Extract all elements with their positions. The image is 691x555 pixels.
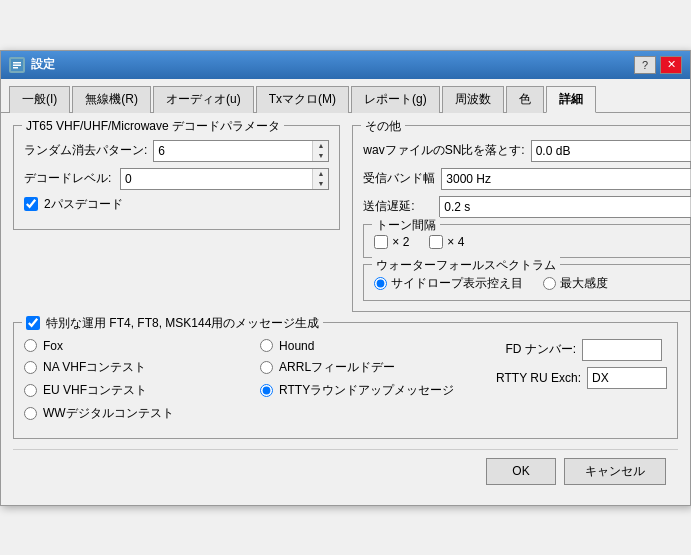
fox-label[interactable]: Fox: [43, 339, 63, 353]
arrl-field-label[interactable]: ARRLフィールドデー: [279, 359, 395, 376]
tone-x2-checkbox[interactable]: [374, 235, 388, 249]
waterfall-group-title: ウォーターフォールスペクトラム: [372, 257, 560, 274]
special-col1: Fox NA VHFコンテスト EU VHFコンテスト WWデジタルコンテスト: [24, 339, 250, 428]
special-section-header: 特別な運用 FT4, FT8, MSK144用のメッセージ生成: [22, 315, 323, 332]
rtty-exch-input[interactable]: [587, 367, 667, 389]
sidelobe-label[interactable]: サイドロープ表示控え目: [391, 275, 523, 292]
tab-color[interactable]: 色: [506, 86, 544, 113]
decode-level-down[interactable]: ▼: [313, 179, 328, 189]
sidelobe-item: サイドロープ表示控え目: [374, 275, 523, 292]
decode-level-up[interactable]: ▲: [313, 169, 328, 179]
send-delay-row: 送信遅延: ▲ ▼: [363, 196, 691, 218]
decode-level-row: デコードレベル: ▲ ▼: [24, 168, 329, 190]
ww-digital-row: WWデジタルコンテスト: [24, 405, 250, 422]
jt65-group: JT65 VHF/UHF/Microwave デコードパラメータ ランダム消去パ…: [13, 125, 340, 230]
fd-number-input[interactable]: [582, 339, 662, 361]
na-vhf-label[interactable]: NA VHFコンテスト: [43, 359, 146, 376]
title-bar: 設定 ? ✕: [1, 51, 690, 79]
tone-x2-item: × 2: [374, 235, 409, 249]
decode-level-input[interactable]: [121, 169, 312, 189]
wav-sn-spinbox[interactable]: ▲ ▼: [531, 140, 691, 162]
recv-bw-label: 受信バンド幅: [363, 170, 435, 187]
rtty-roundup-label[interactable]: RTTYラウンドアップメッセージ: [279, 382, 454, 399]
svg-rect-3: [13, 67, 18, 69]
tab-txmacro[interactable]: Txマクロ(M): [256, 86, 349, 113]
title-bar-left: 設定: [9, 56, 55, 73]
tone-x4-checkbox[interactable]: [429, 235, 443, 249]
special-section: 特別な運用 FT4, FT8, MSK144用のメッセージ生成 Fox NA V…: [13, 322, 678, 439]
fox-row: Fox: [24, 339, 250, 353]
fox-radio[interactable]: [24, 339, 37, 352]
tone-group: トーン間隔 × 2 × 4: [363, 224, 691, 258]
rtty-exch-row: RTTY RU Exch:: [496, 367, 667, 389]
rtty-roundup-row: RTTYラウンドアップメッセージ: [260, 382, 486, 399]
random-erase-spinbox[interactable]: ▲ ▼: [153, 140, 329, 162]
decode-level-arrows: ▲ ▼: [312, 169, 328, 189]
random-erase-arrows: ▲ ▼: [312, 141, 328, 161]
other-group: その他 wavファイルのSN比を落とす: ▲ ▼: [352, 125, 691, 312]
random-erase-row: ランダム消去パターン: ▲ ▼: [24, 140, 329, 162]
wav-sn-row: wavファイルのSN比を落とす: ▲ ▼: [363, 140, 691, 162]
tone-x4-label[interactable]: × 4: [447, 235, 464, 249]
eu-vhf-row: EU VHFコンテスト: [24, 382, 250, 399]
jt65-content: ランダム消去パターン: ▲ ▼ デコードレベル:: [24, 140, 329, 213]
special-checkbox[interactable]: [26, 316, 40, 330]
tab-detail[interactable]: 詳細: [546, 86, 596, 113]
ok-button[interactable]: OK: [486, 458, 556, 485]
hound-radio[interactable]: [260, 339, 273, 352]
other-group-title: その他: [361, 118, 405, 135]
cancel-button[interactable]: キャンセル: [564, 458, 666, 485]
max-sens-radio[interactable]: [543, 277, 556, 290]
send-delay-input[interactable]: [440, 197, 689, 217]
ww-digital-radio[interactable]: [24, 407, 37, 420]
tone-x2-label[interactable]: × 2: [392, 235, 409, 249]
help-button[interactable]: ?: [634, 56, 656, 74]
special-section-title[interactable]: 特別な運用 FT4, FT8, MSK144用のメッセージ生成: [46, 315, 319, 332]
tone-row: × 2 × 4: [374, 235, 691, 249]
decode-level-spinbox[interactable]: ▲ ▼: [120, 168, 329, 190]
na-vhf-row: NA VHFコンテスト: [24, 359, 250, 376]
two-pass-checkbox[interactable]: [24, 197, 38, 211]
main-content: JT65 VHF/UHF/Microwave デコードパラメータ ランダム消去パ…: [1, 113, 690, 505]
title-buttons: ? ✕: [634, 56, 682, 74]
arrl-field-radio[interactable]: [260, 361, 273, 374]
fd-number-row: FD ナンバー:: [496, 339, 667, 361]
left-col: JT65 VHF/UHF/Microwave デコードパラメータ ランダム消去パ…: [13, 125, 340, 322]
random-erase-input[interactable]: [154, 141, 312, 161]
random-erase-down[interactable]: ▼: [313, 151, 328, 161]
special-right: FD ナンバー: RTTY RU Exch:: [496, 339, 667, 428]
eu-vhf-label[interactable]: EU VHFコンテスト: [43, 382, 147, 399]
tab-general[interactable]: 一般(I): [9, 86, 70, 113]
wav-sn-input[interactable]: [532, 141, 690, 161]
settings-window: 設定 ? ✕ 一般(I) 無線機(R) オーディオ(u) Txマクロ(M) レポ…: [0, 50, 691, 506]
window-icon: [9, 57, 25, 73]
two-pass-row: 2パスデコード: [24, 196, 329, 213]
fd-number-label: FD ナンバー:: [496, 341, 576, 358]
tab-freq[interactable]: 周波数: [442, 86, 504, 113]
svg-rect-1: [13, 62, 21, 64]
send-delay-label: 送信遅延:: [363, 198, 433, 215]
other-content: wavファイルのSN比を落とす: ▲ ▼ 受信バンド幅: [363, 140, 691, 301]
bottom-bar: OK キャンセル: [13, 449, 678, 493]
recv-bw-spinbox[interactable]: ▲ ▼: [441, 168, 691, 190]
max-sens-label[interactable]: 最大感度: [560, 275, 608, 292]
send-delay-spinbox[interactable]: ▲ ▼: [439, 196, 691, 218]
jt65-group-title: JT65 VHF/UHF/Microwave デコードパラメータ: [22, 118, 284, 135]
special-col2: Hound ARRLフィールドデー RTTYラウンドアップメッセージ: [260, 339, 486, 428]
recv-bw-input[interactable]: [442, 169, 689, 189]
waterfall-radio-row: サイドロープ表示控え目 最大感度: [374, 275, 691, 292]
ww-digital-label[interactable]: WWデジタルコンテスト: [43, 405, 174, 422]
tab-report[interactable]: レポート(g): [351, 86, 440, 113]
max-sens-item: 最大感度: [543, 275, 608, 292]
eu-vhf-radio[interactable]: [24, 384, 37, 397]
right-col: その他 wavファイルのSN比を落とす: ▲ ▼: [352, 125, 691, 322]
hound-label[interactable]: Hound: [279, 339, 314, 353]
random-erase-up[interactable]: ▲: [313, 141, 328, 151]
two-pass-label[interactable]: 2パスデコード: [44, 196, 123, 213]
close-button[interactable]: ✕: [660, 56, 682, 74]
na-vhf-radio[interactable]: [24, 361, 37, 374]
tab-audio[interactable]: オーディオ(u): [153, 86, 254, 113]
sidelobe-radio[interactable]: [374, 277, 387, 290]
tab-radio[interactable]: 無線機(R): [72, 86, 151, 113]
rtty-roundup-radio[interactable]: [260, 384, 273, 397]
